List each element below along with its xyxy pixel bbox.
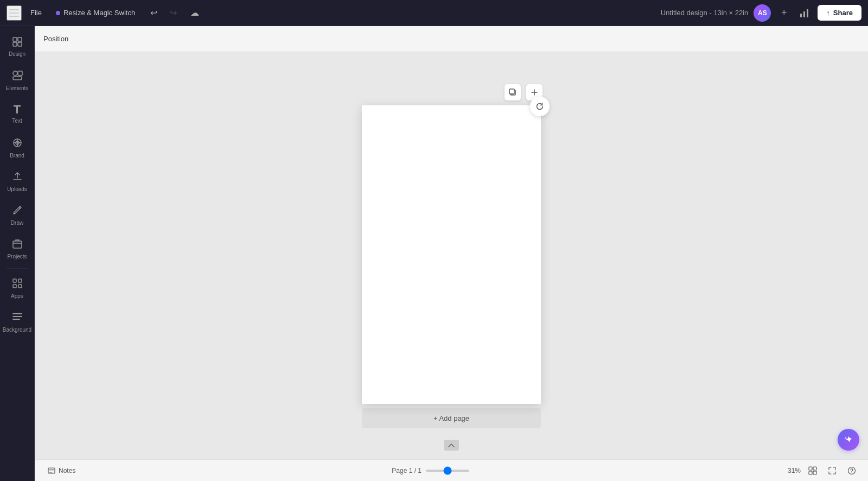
undo-redo-group: ↩ ↪ <box>145 4 182 22</box>
sidebar-item-label-draw: Draw <box>11 220 23 226</box>
page-slider[interactable] <box>426 470 469 472</box>
bottombar: Notes Page 1 / 1 31% <box>35 459 868 481</box>
elements-icon <box>11 69 23 83</box>
sidebar-item-uploads[interactable]: Uploads <box>2 165 33 198</box>
topbar-left: File Resize & Magic Switch ↩ ↪ ☁ <box>7 4 656 22</box>
svg-rect-6 <box>18 42 22 46</box>
zoom-level: 31% <box>781 467 801 474</box>
undo-button[interactable]: ↩ <box>145 4 162 22</box>
svg-rect-21 <box>509 89 514 94</box>
help-button[interactable] <box>844 463 859 478</box>
sidebar-item-text[interactable]: T Text <box>2 98 33 130</box>
page-indicator: Page 1 / 1 <box>392 467 422 474</box>
topbar: File Resize & Magic Switch ↩ ↪ ☁ Untitle… <box>0 0 868 26</box>
projects-icon <box>11 238 23 251</box>
svg-rect-19 <box>12 319 20 320</box>
resize-label: Resize & Magic Switch <box>63 9 135 17</box>
duplicate-canvas-button[interactable] <box>504 84 521 101</box>
background-icon <box>11 311 23 325</box>
topbar-right: Untitled design - 13in × 22in AS + ↑ Sha… <box>661 4 861 22</box>
save-cloud-button[interactable]: ☁ <box>186 4 203 22</box>
sidebar-item-label-design: Design <box>9 51 25 58</box>
bottombar-right: 31% <box>781 463 859 478</box>
svg-rect-5 <box>13 42 17 46</box>
svg-rect-31 <box>813 471 816 474</box>
sidebar-item-apps[interactable]: Apps <box>2 272 33 305</box>
brand-icon <box>11 137 23 150</box>
canvas-area[interactable]: + Add page <box>35 52 868 459</box>
sidebar-item-background[interactable]: Background <box>2 306 33 338</box>
sidebar-divider <box>7 268 28 269</box>
notes-label: Notes <box>59 467 75 474</box>
svg-rect-15 <box>13 284 16 288</box>
uploads-icon <box>11 170 23 184</box>
toolbar-position-label: Position <box>43 35 68 43</box>
svg-point-33 <box>851 472 852 473</box>
design-icon <box>12 36 23 49</box>
svg-rect-4 <box>18 37 22 41</box>
svg-rect-18 <box>12 316 22 317</box>
design-title: Untitled design - 13in × 22in <box>661 9 749 17</box>
sidebar-item-draw[interactable]: Draw <box>2 199 33 231</box>
redo-button[interactable]: ↪ <box>164 4 182 22</box>
sidebar: Design Elements T Text <box>0 26 35 481</box>
svg-rect-13 <box>13 279 16 282</box>
svg-rect-8 <box>18 71 22 75</box>
svg-rect-2 <box>807 9 808 17</box>
analytics-button[interactable] <box>797 5 812 21</box>
svg-rect-12 <box>13 241 22 248</box>
resize-magic-switch-button[interactable]: Resize & Magic Switch <box>50 7 141 19</box>
share-label: Share <box>833 9 853 17</box>
sidebar-item-label-uploads: Uploads <box>7 186 27 193</box>
svg-rect-16 <box>18 284 22 288</box>
draw-icon <box>11 204 23 218</box>
text-icon: T <box>14 104 21 116</box>
svg-rect-9 <box>13 77 22 80</box>
hide-pages-button[interactable] <box>444 440 459 451</box>
svg-rect-30 <box>809 471 812 474</box>
sidebar-item-brand[interactable]: Brand <box>2 131 33 164</box>
notes-button[interactable]: Notes <box>43 465 80 477</box>
svg-rect-1 <box>803 11 805 17</box>
apps-icon <box>11 277 23 291</box>
sidebar-item-label-projects: Projects <box>7 254 27 260</box>
avatar-button[interactable]: AS <box>754 4 771 22</box>
sidebar-item-design[interactable]: Design <box>2 30 33 63</box>
content-area: Position <box>35 26 868 481</box>
invite-plus-button[interactable]: + <box>776 5 792 21</box>
svg-rect-28 <box>809 467 812 470</box>
add-page-button[interactable]: + Add page <box>362 408 541 428</box>
menu-button[interactable] <box>7 5 22 21</box>
refresh-canvas-button[interactable] <box>530 97 550 116</box>
svg-rect-17 <box>12 313 22 314</box>
grid-view-button[interactable] <box>805 463 820 478</box>
sidebar-item-label-text: Text <box>12 118 22 124</box>
svg-rect-3 <box>13 37 17 41</box>
file-menu-button[interactable]: File <box>26 7 46 19</box>
svg-rect-14 <box>18 279 22 282</box>
main-area: Design Elements T Text <box>0 26 868 481</box>
svg-rect-29 <box>813 467 816 470</box>
bottombar-center: Page 1 / 1 <box>84 467 777 474</box>
svg-point-7 <box>13 71 17 75</box>
sidebar-item-elements[interactable]: Elements <box>2 64 33 97</box>
sidebar-item-label-elements: Elements <box>6 85 29 92</box>
toolbar: Position <box>35 26 868 52</box>
svg-rect-0 <box>800 14 802 17</box>
share-icon: ↑ <box>826 9 830 17</box>
canvas-wrapper: + Add page <box>362 84 541 428</box>
magic-dot-icon <box>56 11 60 15</box>
fullscreen-button[interactable] <box>825 463 840 478</box>
sidebar-item-label-background: Background <box>3 327 31 333</box>
share-button[interactable]: ↑ Share <box>818 5 861 21</box>
ai-assistant-button[interactable] <box>838 429 859 451</box>
page-canvas[interactable] <box>362 105 541 404</box>
sidebar-item-projects[interactable]: Projects <box>2 232 33 265</box>
sidebar-item-label-brand: Brand <box>10 153 24 159</box>
sidebar-item-label-apps: Apps <box>11 293 23 300</box>
